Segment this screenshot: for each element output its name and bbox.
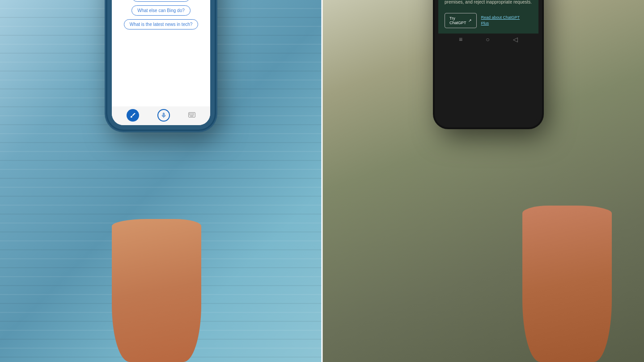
try-chatgpt-button[interactable]: TryChatGPT ↗ [445, 13, 477, 28]
back-nav-icon[interactable]: ◁ [513, 36, 518, 43]
svg-rect-2 [189, 114, 190, 114]
bing-button-2[interactable]: What else can Bing do? [131, 5, 191, 16]
chatgpt-buttons-row: TryChatGPT ↗ Read about ChatGPTPlus [445, 13, 532, 28]
phone-bottom-bar-left [112, 106, 210, 125]
svg-rect-9 [193, 114, 194, 115]
read-more-link[interactable]: Read about ChatGPTPlus [481, 15, 520, 26]
chatgpt-description: We've trained a model called ChatGPT whi… [445, 0, 532, 6]
panel-divider [322, 0, 323, 362]
hand-right [522, 206, 612, 362]
phone-right: 3:01 ● ⚡ 🛜 ▐▌ 49%🔋 ⌂ 🔒 openai.com/blog [435, 0, 542, 127]
bing-screen: Welcome to the new Bing Use the power of… [112, 0, 210, 106]
left-panel: ▐▌ 🛜 09:42 🔔 🔋 [0, 0, 322, 362]
phone-left-screen: ▐▌ 🛜 09:42 🔔 🔋 [112, 0, 210, 125]
svg-rect-5 [193, 114, 194, 114]
svg-rect-7 [191, 114, 191, 115]
phone-bottom-nav-right: ≡ ○ ◁ [438, 34, 538, 45]
hand-left [112, 219, 201, 362]
phone-right-screen-container: 3:01 ● ⚡ 🛜 ▐▌ 49%🔋 ⌂ 🔒 openai.com/blog [438, 0, 538, 124]
bing-button-3[interactable]: What is the latest news in tech? [124, 19, 199, 29]
phone-left: ▐▌ 🛜 09:42 🔔 🔋 [107, 0, 215, 130]
svg-rect-10 [190, 116, 193, 116]
svg-rect-4 [192, 114, 193, 114]
home-nav-icon[interactable]: ○ [486, 36, 489, 43]
hamburger-nav-icon[interactable]: ≡ [459, 36, 462, 43]
svg-rect-3 [191, 114, 191, 114]
bing-button-1[interactable]: How does Bing use AI? [132, 0, 190, 2]
try-chatgpt-arrow: ↗ [468, 18, 472, 23]
keyboard-icon[interactable] [188, 112, 195, 119]
bing-mic-button[interactable] [157, 109, 170, 122]
openai-screen: OpenAI Menu IntroducingChatGPT We've tra… [438, 0, 538, 34]
svg-rect-6 [189, 114, 190, 115]
try-chatgpt-label: TryChatGPT [449, 16, 466, 25]
svg-rect-8 [192, 114, 193, 115]
bing-paint-button[interactable] [127, 109, 139, 122]
right-panel: 3:01 ● ⚡ 🛜 ▐▌ 49%🔋 ⌂ 🔒 openai.com/blog [322, 0, 644, 362]
